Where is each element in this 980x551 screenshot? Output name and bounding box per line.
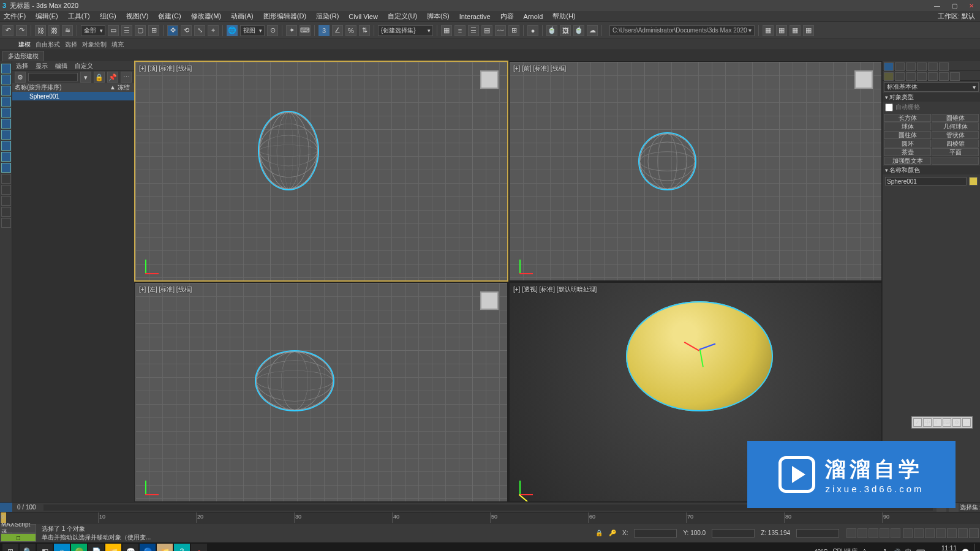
scene-tab-custom[interactable]: 自定义 [75, 62, 93, 70]
pan-button[interactable] [947, 528, 957, 538]
zoom-all-button[interactable] [914, 528, 924, 538]
select-scale-button[interactable]: ⤡ [194, 25, 205, 36]
refcoord-dropdown[interactable]: 视图 [240, 25, 265, 36]
scene-search[interactable] [28, 73, 78, 81]
bind-spacewarp-button[interactable]: ≋ [62, 25, 73, 36]
left-icon[interactable] [1, 86, 11, 96]
task-3dsmax[interactable]: 3 [174, 544, 190, 551]
ime-key-icon[interactable]: ⌨ [943, 418, 951, 427]
zoom-region-button[interactable] [936, 528, 946, 538]
left-icon[interactable] [1, 108, 11, 118]
type-teapot-button[interactable]: 茶壶 [884, 148, 931, 156]
t-icon-1[interactable]: ▦ [763, 25, 774, 36]
left-icon[interactable] [1, 218, 11, 228]
helpers-subtab-icon[interactable] [928, 72, 938, 81]
type-sphere-button[interactable]: 球体 [884, 122, 931, 130]
t-icon-4[interactable]: ▦ [803, 25, 814, 36]
tray-up-icon[interactable]: ˄ [863, 549, 866, 552]
undo-button[interactable]: ↶ [2, 25, 13, 36]
left-icon[interactable] [1, 163, 11, 173]
viewport-label[interactable]: [+] [左] [标准] [线框] [139, 285, 192, 294]
viewport-left[interactable]: [+] [左] [标准] [线框] [135, 282, 508, 502]
project-path[interactable]: C:\Users\Administrator\Documents\3ds Max… [609, 25, 755, 36]
goto-start-button[interactable] [846, 528, 856, 538]
menu-civilview[interactable]: Civil View [349, 13, 377, 20]
scene-col-frozen[interactable]: ▲ 冻结 [110, 83, 134, 92]
viewport-top[interactable]: [+] [顶] [标准] [线框] [135, 61, 508, 281]
sub-freeform[interactable]: 自由形式 [36, 40, 60, 49]
type-geosphere-button[interactable]: 几何球体 [932, 122, 979, 130]
rollout-namecolor[interactable]: 名称和颜色 [883, 166, 980, 174]
search-icon[interactable]: 🔍 [20, 544, 36, 551]
menu-rendering[interactable]: 渲染(R) [316, 12, 339, 21]
showdesktop-button[interactable] [974, 544, 978, 551]
spinner-snap-button[interactable]: ⇅ [359, 25, 370, 36]
left-icon[interactable] [1, 141, 11, 151]
system-tray[interactable]: 40°C CPU温度 ˄ ☁ 🖧 🔊 中 ⌨ 11:11 2020/6/21 💬 [814, 544, 978, 551]
named-selection-set[interactable]: {创建选择集} [378, 25, 433, 36]
layer-button[interactable]: ☰ [468, 25, 479, 36]
maximize-viewport-button[interactable] [969, 528, 979, 538]
menu-file[interactable]: 文件(F) [4, 12, 26, 21]
menu-grapheditors[interactable]: 图形编辑器(D) [263, 12, 306, 21]
viewport-label[interactable]: [+] [顶] [标准] [线框] [139, 64, 192, 73]
render-cloud-button[interactable]: ☁ [587, 25, 598, 36]
modify-tab-icon[interactable] [895, 62, 905, 71]
menu-create[interactable]: 创建(C) [158, 12, 181, 21]
task-record[interactable]: ● [191, 544, 207, 551]
viewcube-icon[interactable] [480, 70, 499, 89]
task-app[interactable]: 📄 [88, 544, 104, 551]
cameras-subtab-icon[interactable] [917, 72, 927, 81]
ime-gear-icon[interactable]: ⚙ [952, 418, 961, 427]
sub-populate[interactable]: 填充 [111, 40, 124, 49]
window-crossing-button[interactable]: ⊞ [148, 25, 159, 36]
timeline-ruler[interactable]: 0102030405060708090100 [0, 512, 980, 523]
left-icon[interactable] [1, 185, 11, 195]
menu-arnold[interactable]: Arnold [524, 13, 543, 20]
type-cone-button[interactable]: 圆锥体 [932, 114, 979, 122]
left-icon[interactable] [1, 207, 11, 217]
scene-row-sphere[interactable]: Sphere001 [12, 92, 134, 100]
clock-time[interactable]: 11:11 [930, 545, 957, 551]
viewport-label[interactable]: [+] [透视] [标准] [默认明暗处理] [513, 285, 597, 294]
scene-pin-icon[interactable]: 📌 [107, 72, 118, 83]
select-move-button[interactable]: ✥ [167, 25, 178, 36]
sub-objectpaint[interactable]: 对象绘制 [82, 40, 107, 49]
tray-ime-icon[interactable]: 中 [905, 547, 911, 551]
type-torus-button[interactable]: 圆环 [884, 140, 931, 148]
type-pyramid-button[interactable]: 四棱锥 [932, 140, 979, 148]
cpu-temp-widget[interactable]: CPU温度 [832, 547, 858, 551]
scene-tree[interactable]: 名称(按升序排序) ▲ 冻结 Sphere001 [12, 83, 134, 502]
scene-view-icon[interactable]: ▾ [80, 72, 91, 83]
snap-toggle-button[interactable]: 3 [318, 25, 330, 36]
select-rotate-button[interactable]: ⟲ [181, 25, 192, 36]
task-app[interactable]: 📁 [105, 544, 121, 551]
create-tab-icon[interactable] [884, 62, 894, 71]
menu-customize[interactable]: 自定义(U) [388, 12, 417, 21]
menu-edit[interactable]: 编辑(E) [36, 12, 58, 21]
scene-lock-icon[interactable]: 🔒 [94, 72, 105, 83]
play-button[interactable] [869, 528, 878, 538]
scene-col-name[interactable]: 名称(按升序排序) [12, 83, 110, 92]
type-tube-button[interactable]: 管状体 [932, 131, 979, 139]
minimize-button[interactable]: — [929, 1, 946, 10]
tray-vol-icon[interactable]: 🔊 [893, 549, 900, 552]
menu-interactive[interactable]: Interactive [459, 13, 491, 20]
schematic-button[interactable]: ⊞ [508, 25, 519, 36]
task-app[interactable]: 💬 [123, 544, 138, 551]
link-button[interactable]: ⛓ [35, 25, 46, 36]
lights-subtab-icon[interactable] [906, 72, 916, 81]
object-color-swatch[interactable] [969, 177, 978, 186]
close-button[interactable]: ✕ [963, 1, 980, 10]
scene-filter-icon[interactable]: ⚙ [15, 72, 26, 83]
next-frame-button[interactable] [880, 528, 889, 538]
left-icon[interactable] [1, 64, 11, 73]
menu-tools[interactable]: 工具(T) [68, 12, 90, 21]
refcoord-button[interactable]: 🌐 [227, 25, 238, 36]
use-center-button[interactable]: ⊙ [267, 25, 278, 36]
menu-view[interactable]: 视图(V) [126, 12, 149, 21]
t-icon-2[interactable]: ▦ [776, 25, 787, 36]
tab-polymodeling[interactable]: 多边形建模 [2, 51, 44, 61]
ime-moon-icon[interactable]: ☾ [933, 418, 941, 427]
align-button[interactable]: ≡ [454, 25, 466, 36]
